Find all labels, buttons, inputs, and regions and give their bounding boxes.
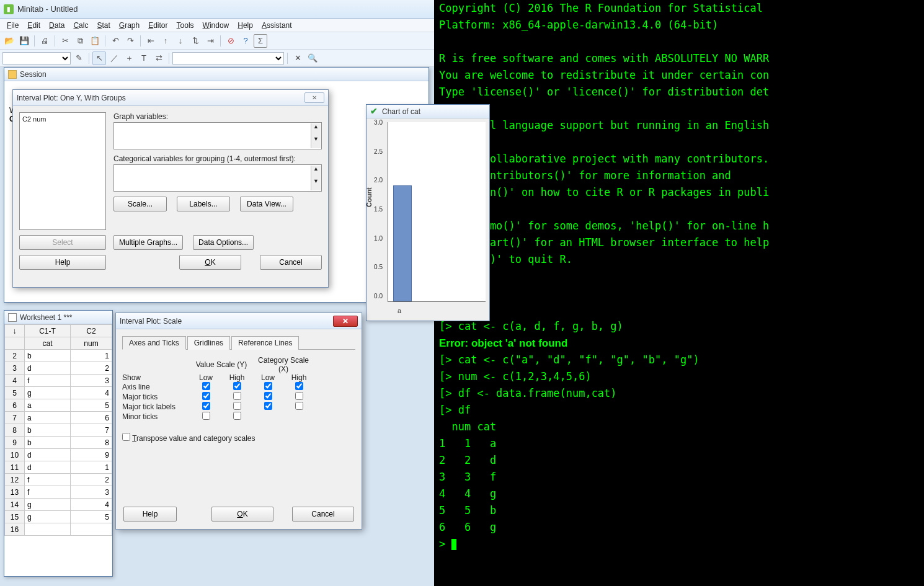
data-view-button[interactable]: Data View... [240,197,293,211]
scale-ok-button[interactable]: OK [211,507,273,522]
open-icon[interactable]: 📂 [2,34,16,48]
table-row[interactable]: 3d2 [5,362,112,375]
chart-titlebar[interactable]: ✔ Chart of cat [366,105,489,118]
paste-icon[interactable]: 📋 [88,34,102,48]
nav-down-icon[interactable]: ↓ [174,34,187,48]
scale-dialog[interactable]: Interval Plot: Scale ✕ Axes and Ticks Gr… [115,313,362,530]
menu-file[interactable]: File [2,20,23,31]
help-icon[interactable]: ? [239,34,252,48]
select-button[interactable]: Select [19,235,106,250]
multiple-graphs-button[interactable]: Multiple Graphs... [113,235,183,250]
menu-stat[interactable]: Stat [92,20,114,31]
redo-icon[interactable]: ↷ [123,34,137,48]
line-icon[interactable]: ／ [107,51,121,65]
menu-editor[interactable]: Editor [144,20,172,31]
help-button[interactable]: Help [19,255,106,270]
cancel-icon[interactable]: ⊘ [224,34,238,48]
scale-checkbox[interactable] [202,392,210,400]
title-bar[interactable]: ▮ Minitab - Untitled [0,0,434,19]
table-row[interactable]: 7a6 [5,412,112,424]
scale-checkbox[interactable] [202,412,210,420]
cut-icon[interactable]: ✂ [58,34,72,48]
table-row[interactable]: 13f3 [5,486,112,499]
table-row[interactable]: 10d9 [5,449,112,461]
r-terminal[interactable]: Copyright (C) 2016 The R Foundation for … [434,0,924,586]
scale-checkbox[interactable] [233,402,241,410]
ok-button[interactable]: OK [179,255,241,270]
scale-checkbox[interactable] [233,412,241,420]
tab-axes-ticks[interactable]: Axes and Ticks [122,336,186,350]
scale-button[interactable]: Scale... [113,197,167,211]
data-options-button[interactable]: Data Options... [193,235,254,250]
format-selector[interactable] [172,52,284,64]
scale-checkbox[interactable] [202,402,210,410]
menu-edit[interactable]: Edit [23,20,45,31]
tab-reference-lines[interactable]: Reference Lines [231,336,299,350]
menu-tools[interactable]: Tools [172,20,198,31]
table-row[interactable]: 9b8 [5,437,112,449]
column-name[interactable]: cat [25,337,71,350]
worksheet-titlebar[interactable]: Worksheet 1 *** [4,311,112,324]
search-icon[interactable]: 🔍 [306,51,319,65]
tab-gridlines[interactable]: Gridlines [187,336,230,350]
table-row[interactable]: 15g5 [5,511,112,523]
close-icon[interactable]: ✕ [291,51,304,65]
interval-plot-dialog[interactable]: Interval Plot: One Y, With Groups ✕ C2 n… [12,89,329,288]
scale-checkbox[interactable] [264,382,272,390]
brush-icon[interactable]: ✎ [72,51,86,65]
crosshair-icon[interactable]: ＋ [122,51,136,65]
menu-calc[interactable]: Calc [69,20,92,31]
scale-checkbox[interactable] [233,392,241,400]
scale-cancel-button[interactable]: Cancel [292,507,354,522]
categorical-variables-input[interactable]: ▲▼ [113,164,322,192]
copy-icon[interactable]: ⧉ [73,34,87,48]
nav-next-icon[interactable]: ⇥ [203,34,217,48]
menu-help[interactable]: Help [233,20,257,31]
scale-dialog-close-icon[interactable]: ✕ [333,316,358,327]
dialog-close-icon[interactable]: ✕ [304,92,324,103]
sigma-icon[interactable]: Σ [254,34,267,48]
scale-dialog-titlebar[interactable]: Interval Plot: Scale ✕ [116,313,362,329]
cancel-button[interactable]: Cancel [260,255,322,270]
print-icon[interactable]: 🖨 [38,34,51,48]
scale-checkbox[interactable] [295,382,303,390]
undo-icon[interactable]: ↶ [109,34,122,48]
menu-bar[interactable]: FileEditDataCalcStatGraphEditorToolsWind… [0,19,434,32]
scale-checkbox[interactable] [264,402,272,410]
pointer-icon[interactable]: ↖ [92,51,106,65]
worksheet-window[interactable]: Worksheet 1 *** ↓C1-TC2catnum2b13d24f35g… [4,310,113,577]
column-header[interactable]: C1-T [25,325,71,337]
save-icon[interactable]: 💾 [17,34,31,48]
table-row[interactable]: 11d1 [5,461,112,474]
session-titlebar[interactable]: Session [4,68,429,81]
column-name[interactable]: num [70,337,112,350]
scale-checkbox[interactable] [202,382,210,390]
variable-listbox[interactable]: C2 num [19,112,106,230]
table-row[interactable]: 5g4 [5,387,112,399]
menu-window[interactable]: Window [198,20,234,31]
menu-assistant[interactable]: Assistant [257,20,296,31]
scale-help-button[interactable]: Help [123,507,177,522]
scale-checkbox[interactable] [264,392,272,400]
scale-checkbox[interactable] [233,382,241,390]
chart-window[interactable]: ✔ Chart of cat Count 0.00.51.01.52.02.53… [366,104,490,321]
variable-selector[interactable] [2,52,71,64]
transpose-checkbox[interactable] [122,433,130,441]
nav-up-icon[interactable]: ↑ [159,34,172,48]
labels-button[interactable]: Labels... [177,197,230,211]
graph-variables-input[interactable]: ▲▼ [113,122,322,149]
scale-checkbox[interactable] [295,402,303,410]
table-row[interactable]: 16 [5,523,112,536]
column-header[interactable]: C2 [70,325,112,337]
transpose-option[interactable]: Transpose value and category scales [122,434,255,443]
table-row[interactable]: 2b1 [5,350,112,362]
table-row[interactable]: 6a5 [5,399,112,412]
swap-icon[interactable]: ⇄ [152,51,166,65]
scale-checkbox[interactable] [295,392,303,400]
table-row[interactable]: 4f3 [5,375,112,387]
table-row[interactable]: 8b7 [5,424,112,437]
dialog-titlebar[interactable]: Interval Plot: One Y, With Groups ✕ [13,90,328,106]
table-row[interactable]: 12f2 [5,474,112,486]
table-row[interactable]: 14g4 [5,499,112,511]
nav-prev-icon[interactable]: ⇤ [144,34,158,48]
